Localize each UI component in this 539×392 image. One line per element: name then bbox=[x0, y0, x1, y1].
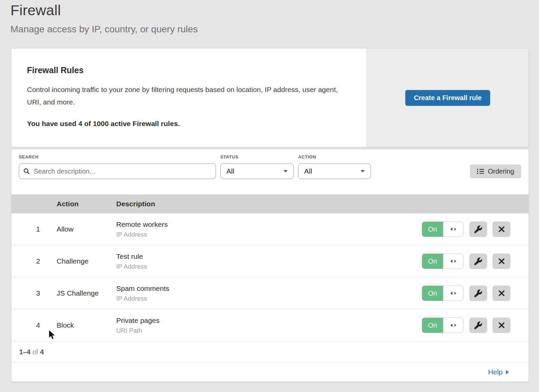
page-subtitle: Manage access by IP, country, or query r… bbox=[10, 24, 198, 35]
action-column-header: Action bbox=[57, 200, 116, 208]
action-filter-group: ACTION All bbox=[298, 154, 371, 194]
toggle-handle-arrows-icon bbox=[443, 318, 463, 333]
table-row: 1 Allow Remote workers IP Address On bbox=[11, 213, 529, 245]
table-row: 2 Challenge Test rule IP Address On bbox=[11, 245, 529, 277]
rule-action: Block bbox=[57, 321, 116, 329]
action-select[interactable]: All bbox=[298, 163, 371, 179]
search-filter-group: SEARCH bbox=[19, 154, 216, 194]
action-selected-value: All bbox=[304, 167, 312, 175]
status-selected-value: All bbox=[226, 167, 234, 175]
overview-text-pane: Firewall Rules Control incoming traffic … bbox=[11, 49, 367, 147]
search-label: SEARCH bbox=[19, 154, 216, 159]
toggle-on-label: On bbox=[422, 222, 443, 237]
card-footer: Help bbox=[11, 363, 529, 382]
rule-action: Challenge bbox=[57, 257, 116, 265]
pagination-bar: 1–4 of 4 bbox=[11, 341, 529, 363]
chevron-down-icon bbox=[360, 170, 365, 173]
close-icon bbox=[498, 322, 505, 329]
search-input[interactable] bbox=[33, 167, 212, 176]
rule-description: Test rule bbox=[116, 252, 147, 261]
rule-controls: On bbox=[422, 285, 529, 301]
toggle-on-label: On bbox=[422, 318, 443, 333]
close-icon bbox=[498, 258, 505, 265]
firewall-rules-list-card: SEARCH STATUS All bbox=[11, 149, 529, 382]
rule-description: Spam comments bbox=[116, 284, 169, 293]
rule-enabled-toggle[interactable]: On bbox=[422, 253, 464, 269]
rule-field: URI Path bbox=[116, 327, 159, 334]
chevron-down-icon bbox=[283, 170, 288, 173]
description-column-header: Description bbox=[116, 200, 155, 208]
delete-rule-button[interactable] bbox=[493, 221, 510, 237]
table-row: 3 JS Challenge Spam comments IP Address … bbox=[11, 277, 529, 309]
status-filter-group: STATUS All bbox=[220, 154, 294, 194]
action-label: ACTION bbox=[298, 154, 371, 159]
table-row: 4 Block Private pages URI Path On bbox=[11, 309, 529, 341]
rule-priority: 2 bbox=[11, 257, 57, 265]
toggle-handle-arrows-icon bbox=[443, 286, 463, 301]
rule-priority: 4 bbox=[11, 321, 57, 329]
help-arrow-icon bbox=[506, 370, 509, 374]
filters-bar: SEARCH STATUS All bbox=[11, 149, 529, 194]
rule-controls: On bbox=[422, 221, 529, 237]
rule-field: IP Address bbox=[116, 231, 168, 238]
rule-priority: 1 bbox=[11, 225, 57, 233]
rule-controls: On bbox=[422, 318, 529, 333]
overview-usage-text: You have used 4 of 1000 active Firewall … bbox=[27, 120, 353, 128]
table-header: Action Description bbox=[11, 194, 529, 213]
ordering-button[interactable]: Ordering bbox=[470, 164, 521, 178]
overview-heading: Firewall Rules bbox=[27, 65, 353, 75]
toggle-handle-arrows-icon bbox=[443, 254, 463, 269]
status-select[interactable]: All bbox=[220, 163, 294, 179]
rule-field: IP Address bbox=[116, 295, 169, 302]
pagination-of-label: of bbox=[32, 348, 38, 356]
firewall-rules-overview-card: Firewall Rules Control incoming traffic … bbox=[11, 48, 529, 147]
delete-rule-button[interactable] bbox=[493, 285, 510, 301]
rule-description: Private pages bbox=[116, 316, 159, 325]
content-area: Firewall Rules Control incoming traffic … bbox=[11, 48, 529, 382]
delete-rule-button[interactable] bbox=[493, 253, 510, 269]
edit-rule-button[interactable] bbox=[469, 221, 487, 237]
rule-enabled-toggle[interactable]: On bbox=[422, 221, 464, 237]
rule-enabled-toggle[interactable]: On bbox=[422, 318, 464, 333]
rule-priority: 3 bbox=[11, 289, 57, 297]
wrench-icon bbox=[474, 225, 482, 233]
search-box[interactable] bbox=[19, 163, 216, 179]
search-icon bbox=[23, 168, 30, 175]
help-link[interactable]: Help bbox=[488, 368, 509, 376]
edit-rule-button[interactable] bbox=[469, 253, 487, 269]
rule-field: IP Address bbox=[116, 263, 147, 270]
pagination-range: 1–4 bbox=[19, 348, 30, 356]
ordered-list-icon bbox=[477, 169, 484, 174]
toggle-handle-arrows-icon bbox=[443, 222, 463, 237]
page-header: Firewall Manage access by IP, country, o… bbox=[10, 2, 198, 35]
help-link-label: Help bbox=[488, 368, 503, 376]
edit-rule-button[interactable] bbox=[469, 318, 487, 333]
create-firewall-rule-button[interactable]: Create a Firewall rule bbox=[405, 90, 490, 106]
wrench-icon bbox=[474, 258, 482, 265]
close-icon bbox=[498, 290, 505, 297]
close-icon bbox=[498, 226, 505, 233]
edit-rule-button[interactable] bbox=[469, 285, 487, 301]
overview-description: Control incoming traffic to your zone by… bbox=[27, 83, 347, 108]
rule-enabled-toggle[interactable]: On bbox=[422, 285, 464, 301]
ordering-button-label: Ordering bbox=[488, 168, 514, 175]
status-label: STATUS bbox=[220, 154, 294, 159]
rule-action: JS Challenge bbox=[57, 289, 116, 297]
toggle-on-label: On bbox=[422, 254, 443, 269]
wrench-icon bbox=[474, 290, 482, 297]
delete-rule-button[interactable] bbox=[493, 318, 510, 333]
pagination-total: 4 bbox=[40, 348, 44, 356]
page-title: Firewall bbox=[10, 2, 198, 19]
rule-controls: On bbox=[422, 253, 529, 269]
rule-action: Allow bbox=[57, 225, 116, 233]
wrench-icon bbox=[474, 322, 482, 329]
toggle-on-label: On bbox=[422, 286, 443, 301]
overview-action-pane: Create a Firewall rule bbox=[367, 49, 529, 147]
rule-description: Remote workers bbox=[116, 220, 168, 229]
